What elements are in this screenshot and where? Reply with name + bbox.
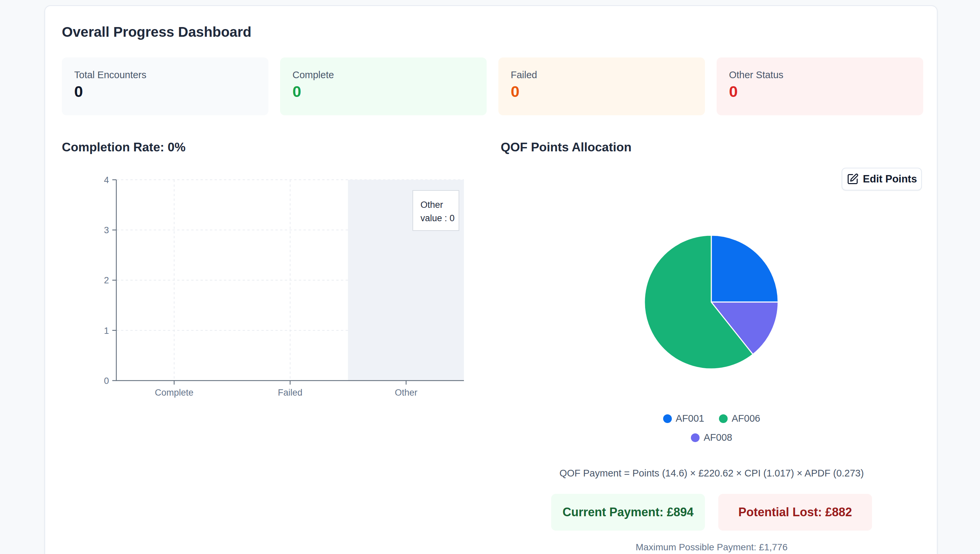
max-payment-text: Maximum Possible Payment: £1,776 (501, 542, 923, 552)
edit-points-label: Edit Points (863, 173, 917, 185)
x-tick-failed: Failed (278, 388, 303, 398)
qof-heading: QOF Points Allocation (501, 140, 631, 154)
potential-lost-box: Potential Lost: £882 (718, 494, 872, 531)
stat-value: 0 (511, 82, 519, 100)
stat-card-other: Other Status 0 (717, 57, 923, 115)
legend-label: AF001 (676, 413, 704, 424)
completion-rate-heading: Completion Rate: 0% (62, 140, 185, 154)
x-tick-other: Other (395, 388, 417, 398)
stat-card-complete: Complete 0 (280, 57, 487, 115)
stat-label: Total Encounters (74, 70, 147, 81)
legend-dot-green (719, 414, 728, 423)
page-title: Overall Progress Dashboard (62, 24, 251, 40)
stat-value: 0 (729, 82, 738, 100)
y-tick-4: 4 (104, 175, 109, 185)
legend-row-2: AF008 (691, 432, 732, 443)
legend-dot-blue (663, 414, 672, 423)
current-payment-box: Current Payment: £894 (551, 494, 705, 531)
x-tick-complete: Complete (155, 388, 194, 398)
dashboard-card: Overall Progress Dashboard Total Encount… (45, 5, 937, 554)
y-tick-3: 3 (104, 225, 109, 235)
stat-card-total: Total Encounters 0 (62, 57, 268, 115)
tooltip-value: value : 0 (421, 212, 459, 225)
y-tick-2: 2 (104, 275, 109, 285)
stat-value: 0 (74, 82, 83, 100)
qof-payment-formula: QOF Payment = Points (14.6) × £220.62 × … (501, 468, 923, 479)
tooltip-label: Other (421, 198, 459, 212)
qof-pie-svg[interactable] (636, 226, 787, 377)
legend-label: AF006 (731, 413, 760, 424)
legend-item-af008: AF008 (691, 432, 732, 443)
pie-legend: AF001 AF006 AF008 (501, 413, 923, 443)
legend-item-af006: AF006 (719, 413, 760, 424)
chart-tooltip: Other value : 0 (413, 190, 459, 231)
stat-label: Failed (511, 70, 537, 81)
legend-row-1: AF001 AF006 (663, 413, 760, 424)
legend-dot-purple (691, 433, 700, 442)
legend-label: AF008 (704, 432, 732, 443)
stat-label: Complete (292, 70, 334, 81)
pie-slice-af001[interactable] (711, 235, 778, 302)
y-tick-0: 0 (104, 376, 109, 386)
stat-card-failed: Failed 0 (498, 57, 705, 115)
stat-value: 0 (292, 82, 301, 100)
legend-item-af001: AF001 (663, 413, 704, 424)
payment-summary-row: Current Payment: £894 Potential Lost: £8… (501, 494, 923, 531)
edit-points-button[interactable]: Edit Points (841, 168, 922, 191)
x-tick-labels: Complete Failed Other (155, 388, 417, 398)
y-tick-1: 1 (104, 326, 109, 336)
stat-label: Other Status (729, 70, 784, 81)
y-tick-labels: 4 3 2 1 0 (104, 175, 109, 386)
edit-pencil-icon (847, 173, 859, 185)
